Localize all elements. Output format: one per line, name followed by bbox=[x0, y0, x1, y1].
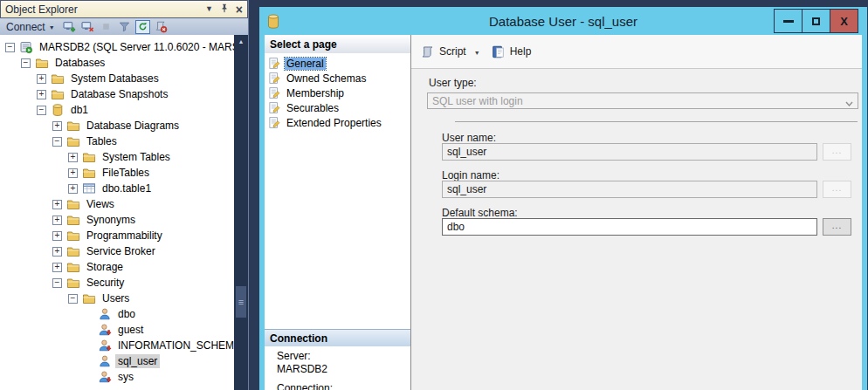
window-buttons: X bbox=[774, 9, 858, 33]
expand-plus-toggle[interactable]: + bbox=[52, 121, 62, 131]
tree-item-storage[interactable]: +Storage bbox=[0, 259, 234, 275]
tree-item-tables[interactable]: −Tables bbox=[0, 133, 234, 149]
indent-spacer bbox=[84, 373, 93, 382]
minimize-button[interactable] bbox=[775, 10, 802, 32]
minimize-icon bbox=[783, 20, 794, 23]
page-item-general[interactable]: General bbox=[265, 56, 410, 71]
tree-item-label: sql_user bbox=[115, 354, 160, 368]
page-item-extended-properties[interactable]: Extended Properties bbox=[265, 115, 410, 130]
filter-icon[interactable] bbox=[117, 20, 132, 34]
page-item-securables[interactable]: Securables bbox=[265, 100, 410, 115]
tree-item-database-snapshots[interactable]: +Database Snapshots bbox=[0, 86, 234, 102]
scroll-up-icon[interactable]: ▲ bbox=[234, 35, 248, 51]
expand-plus-toggle[interactable]: + bbox=[52, 231, 62, 241]
pin-icon[interactable] bbox=[219, 3, 230, 17]
tree-item-label: Database Snapshots bbox=[68, 87, 170, 101]
tree-item-label: FileTables bbox=[100, 166, 152, 180]
expand-plus-toggle[interactable]: + bbox=[68, 168, 78, 178]
page-item-membership[interactable]: Membership bbox=[265, 86, 410, 100]
property-page-icon bbox=[268, 86, 281, 99]
connect-caret-icon[interactable]: ▼ bbox=[49, 24, 55, 31]
object-explorer-toolbar: Connect ▼ bbox=[0, 18, 248, 36]
expand-minus-toggle[interactable]: − bbox=[68, 294, 78, 304]
script-button[interactable]: Script bbox=[439, 45, 466, 58]
dialog-toolbar: Script ▼ Help bbox=[411, 35, 862, 69]
tree-item-databases[interactable]: −Databases bbox=[0, 55, 234, 71]
folder-icon bbox=[66, 213, 80, 227]
tree-item-service-broker[interactable]: +Service Broker bbox=[0, 243, 234, 259]
default-schema-input[interactable] bbox=[442, 218, 817, 236]
tree-item-system-databases[interactable]: +System Databases bbox=[0, 71, 234, 86]
expand-minus-toggle[interactable]: − bbox=[21, 58, 31, 68]
folder-icon bbox=[66, 260, 80, 274]
tree-item-dbo[interactable]: dbo bbox=[0, 306, 234, 322]
stop-icon[interactable] bbox=[99, 20, 114, 34]
maximize-icon bbox=[812, 17, 820, 25]
expand-minus-toggle[interactable]: − bbox=[52, 278, 62, 288]
maximize-button[interactable] bbox=[802, 10, 830, 32]
help-button[interactable]: Help bbox=[510, 45, 532, 58]
expand-plus-toggle[interactable]: + bbox=[68, 184, 78, 194]
script-error-icon[interactable] bbox=[154, 20, 169, 34]
folder-icon bbox=[51, 87, 65, 101]
scrollbar-thumb[interactable]: ≡ bbox=[236, 286, 246, 318]
folder-icon bbox=[35, 56, 49, 70]
tree-item-label: dbo bbox=[115, 307, 138, 321]
tree-item-filetables[interactable]: +FileTables bbox=[0, 165, 234, 181]
tree-item-label: Programmability bbox=[84, 229, 165, 243]
default-schema-browse-button[interactable]: ... bbox=[823, 218, 851, 236]
tree-item-users[interactable]: −Users bbox=[0, 291, 234, 306]
expand-minus-toggle[interactable]: − bbox=[52, 137, 62, 147]
tree-item-dbo-table1[interactable]: +dbo.table1 bbox=[0, 181, 234, 196]
expand-plus-toggle[interactable]: + bbox=[52, 263, 62, 272]
tree-item-db1[interactable]: −db1 bbox=[0, 102, 234, 118]
page-item-label: Extended Properties bbox=[285, 117, 383, 129]
tree-scrollbar[interactable]: ▲ ≡ bbox=[234, 35, 248, 390]
close-button[interactable]: X bbox=[830, 10, 858, 32]
connect-button[interactable]: Connect bbox=[6, 21, 45, 33]
tree-item-marsdb2-sql-server-11-0-6020-marsd[interactable]: −MARSDB2 (SQL Server 11.0.6020 - MARSD bbox=[0, 39, 234, 55]
connect-database-icon[interactable] bbox=[62, 20, 77, 34]
object-explorer-title: Object Explorer bbox=[5, 3, 205, 16]
expand-plus-toggle[interactable]: + bbox=[37, 74, 46, 84]
script-caret-icon[interactable]: ▼ bbox=[474, 50, 480, 56]
expand-plus-toggle[interactable]: + bbox=[37, 90, 46, 99]
window-menu-icon[interactable]: ▼ bbox=[205, 5, 213, 13]
close-icon[interactable]: × bbox=[236, 3, 243, 16]
chevron-down-icon bbox=[845, 98, 853, 105]
tree-item-database-diagrams[interactable]: +Database Diagrams bbox=[0, 118, 234, 133]
tree-item-guest[interactable]: guest bbox=[0, 322, 234, 338]
expand-minus-toggle[interactable]: − bbox=[5, 43, 15, 52]
tree-item-label: guest bbox=[115, 323, 146, 337]
select-a-page-header: Select a page bbox=[265, 35, 410, 53]
tree-item-information-schem[interactable]: INFORMATION_SCHEM bbox=[0, 338, 234, 353]
tree-item-security[interactable]: −Security bbox=[0, 275, 234, 291]
indent-spacer bbox=[84, 310, 93, 319]
property-page-icon bbox=[268, 101, 281, 114]
user-type-combobox[interactable]: SQL user with login bbox=[427, 92, 858, 109]
login-name-input bbox=[442, 181, 817, 198]
tree-item-system-tables[interactable]: +System Tables bbox=[0, 149, 234, 165]
indent-spacer bbox=[84, 357, 93, 366]
tree-item-sys[interactable]: sys bbox=[0, 369, 234, 385]
disconnect-database-icon[interactable] bbox=[80, 20, 95, 34]
expand-plus-toggle[interactable]: + bbox=[52, 200, 62, 209]
expand-plus-toggle[interactable]: + bbox=[52, 216, 62, 225]
tree-item-label: Service Broker bbox=[84, 244, 158, 258]
expand-plus-toggle[interactable]: + bbox=[52, 247, 62, 257]
tree-item-label: Databases bbox=[52, 56, 107, 70]
indent-spacer bbox=[84, 325, 93, 335]
tree-item-label: dbo.table1 bbox=[100, 181, 154, 195]
database-user-dialog: Database User - sql_user X Select a page… bbox=[259, 7, 867, 390]
expand-plus-toggle[interactable]: + bbox=[68, 153, 78, 162]
user-name-browse-button: ... bbox=[823, 143, 851, 161]
tree-item-views[interactable]: +Views bbox=[0, 196, 234, 212]
login-name-browse-button: ... bbox=[823, 181, 851, 198]
page-item-owned-schemas[interactable]: Owned Schemas bbox=[265, 71, 410, 86]
tree-item-synonyms[interactable]: +Synonyms bbox=[0, 212, 234, 228]
tree-item-programmability[interactable]: +Programmability bbox=[0, 228, 234, 243]
refresh-icon[interactable] bbox=[135, 20, 150, 34]
tree-item-sql-user[interactable]: sql_user bbox=[0, 353, 234, 369]
form-separator bbox=[455, 121, 858, 122]
expand-minus-toggle[interactable]: − bbox=[37, 106, 46, 115]
